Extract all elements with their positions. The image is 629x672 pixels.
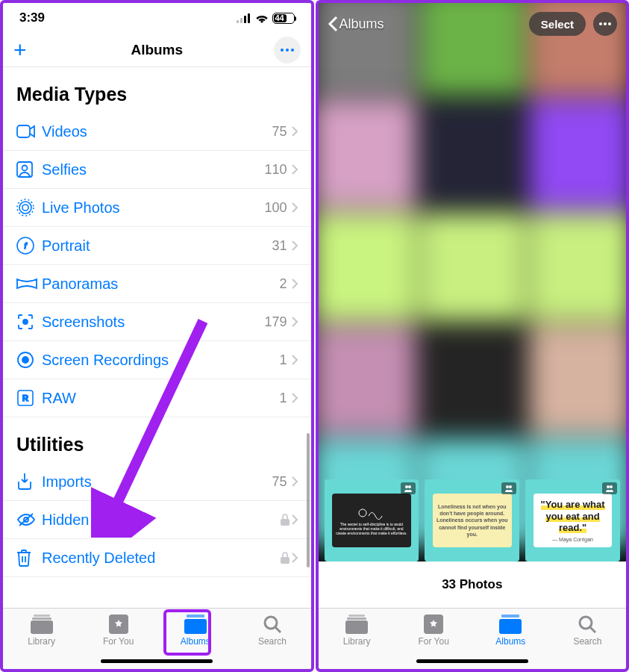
svg-point-39 [506, 485, 509, 488]
more-button[interactable] [593, 12, 617, 36]
more-icon [281, 49, 294, 52]
nav-bar: + Albums [3, 33, 311, 67]
svg-text:f: f [24, 241, 27, 250]
section-media-types: Media Types [3, 67, 311, 113]
svg-rect-22 [281, 519, 290, 526]
svg-rect-44 [347, 617, 366, 620]
svg-point-33 [599, 22, 602, 25]
photo-thumb[interactable]: "You are what you eat and read."— Maya C… [525, 479, 620, 561]
svg-rect-0 [237, 20, 239, 23]
svg-point-35 [608, 22, 611, 25]
add-button[interactable]: + [13, 39, 27, 61]
search-icon [578, 615, 597, 634]
chevron-icon [292, 126, 298, 137]
chevron-icon [292, 393, 298, 403]
section-utilities: Utilities [3, 417, 311, 463]
home-indicator[interactable] [416, 659, 528, 663]
svg-point-11 [19, 202, 31, 214]
import-icon [16, 473, 33, 491]
svg-rect-23 [281, 557, 290, 564]
for-you-icon [109, 615, 128, 634]
lock-icon [280, 552, 290, 564]
tab-search[interactable]: Search [234, 615, 310, 647]
row-selfies[interactable]: Selfies 110 [3, 151, 311, 189]
row-screen-recordings[interactable]: Screen Recordings 1 [3, 341, 311, 379]
chevron-icon [292, 514, 298, 525]
selfie-icon [16, 161, 33, 178]
tab-library[interactable]: Library [3, 615, 80, 647]
select-button[interactable]: Select [529, 12, 586, 36]
row-recently-deleted[interactable]: Recently Deleted [3, 539, 311, 577]
for-you-icon [424, 615, 443, 634]
tab-for-you[interactable]: For You [395, 615, 472, 647]
photo-thumb[interactable]: Loneliness is not when you don't have pe… [425, 479, 519, 561]
svg-rect-48 [499, 619, 522, 634]
scroll-indicator[interactable] [307, 433, 310, 567]
svg-point-31 [265, 617, 277, 629]
svg-rect-30 [184, 619, 207, 634]
clock: 3:39 [19, 10, 45, 25]
svg-point-4 [281, 49, 284, 52]
hidden-icon [16, 512, 36, 527]
nav-bar: Albums Select [319, 12, 627, 36]
svg-point-42 [610, 485, 613, 488]
left-screenshot: 3:39 44 + Albums Media Types Videos 75 S… [0, 0, 314, 672]
row-videos[interactable]: Videos 75 [3, 113, 311, 151]
row-screenshots[interactable]: Screenshots 179 [3, 303, 311, 341]
svg-rect-3 [248, 13, 250, 23]
svg-point-15 [23, 320, 28, 324]
svg-point-17 [22, 357, 28, 363]
more-button[interactable] [274, 37, 301, 63]
svg-point-36 [405, 485, 408, 488]
chevron-icon [292, 279, 298, 289]
svg-line-50 [590, 627, 595, 632]
tab-for-you[interactable]: For You [80, 615, 157, 647]
svg-point-37 [408, 485, 411, 488]
more-icon [599, 22, 611, 25]
tab-library[interactable]: Library [319, 615, 395, 647]
row-imports[interactable]: Imports 75 [3, 463, 311, 501]
tab-search[interactable]: Search [549, 615, 626, 647]
video-icon [16, 125, 36, 138]
albums-icon [184, 615, 207, 634]
svg-point-38 [359, 509, 366, 517]
cellular-icon [237, 13, 251, 23]
svg-point-6 [291, 49, 294, 52]
svg-point-10 [22, 205, 28, 211]
row-hidden[interactable]: Hidden [3, 501, 311, 539]
album-list: Media Types Videos 75 Selfies 110 Live P… [3, 67, 311, 608]
svg-rect-8 [17, 162, 32, 177]
shared-icon [501, 482, 516, 494]
photo-thumb[interactable]: The secret to self-discipline is to avoi… [325, 479, 419, 561]
wifi-icon [255, 13, 269, 23]
tab-albums[interactable]: Albums [157, 615, 234, 647]
tab-albums[interactable]: Albums [472, 615, 549, 647]
portrait-icon: f [16, 237, 34, 255]
svg-point-49 [580, 617, 592, 629]
shared-icon [401, 482, 416, 494]
svg-rect-27 [31, 620, 53, 634]
chevron-icon [292, 164, 298, 175]
tab-bar: Library For You Albums Search [3, 608, 311, 669]
back-button[interactable]: Albums [328, 16, 384, 32]
svg-rect-43 [348, 615, 365, 617]
svg-rect-25 [34, 615, 50, 617]
svg-rect-2 [244, 16, 246, 23]
row-portrait[interactable]: f Portrait 31 [3, 227, 311, 265]
svg-point-40 [509, 485, 512, 488]
svg-rect-1 [240, 18, 242, 23]
search-icon [263, 615, 282, 634]
home-indicator[interactable] [101, 659, 213, 663]
svg-line-32 [275, 627, 281, 632]
chevron-icon [292, 240, 298, 251]
row-panoramas[interactable]: Panoramas 2 [3, 265, 311, 303]
screen-recording-icon [16, 351, 34, 369]
panorama-icon [16, 277, 37, 290]
svg-point-41 [607, 485, 610, 488]
library-icon [345, 615, 368, 634]
svg-point-9 [22, 166, 28, 171]
photo-count: 33 Photos [319, 561, 627, 608]
row-raw[interactable]: R RAW 1 [3, 379, 311, 417]
row-live-photos[interactable]: Live Photos 100 [3, 189, 311, 227]
svg-rect-26 [32, 617, 51, 620]
